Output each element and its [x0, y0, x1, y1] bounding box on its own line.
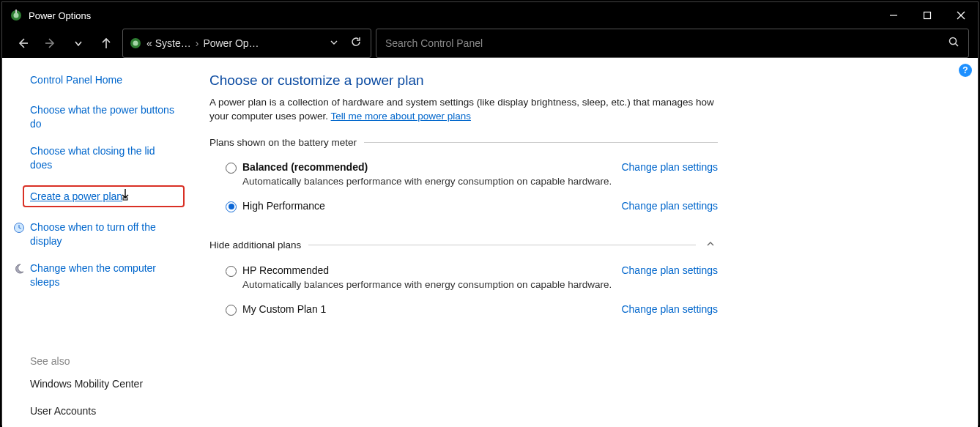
plan-high-performance: High Performance Change plan settings: [209, 197, 718, 223]
title-bar: Power Options: [2, 2, 978, 29]
forward-button[interactable]: [39, 31, 62, 55]
sidebar-link-turn-off-display[interactable]: Choose when to turn off the display: [30, 220, 174, 248]
radio-balanced[interactable]: [226, 163, 237, 174]
section-battery-meter: Plans shown on the battery meter: [209, 137, 718, 148]
change-plan-settings-link[interactable]: Change plan settings: [621, 161, 718, 173]
help-icon[interactable]: ?: [959, 64, 972, 77]
breadcrumb-part[interactable]: Power Op…: [203, 37, 259, 49]
svg-rect-14: [123, 198, 127, 200]
close-button[interactable]: [944, 2, 978, 29]
change-plan-settings-link[interactable]: Change plan settings: [621, 303, 718, 315]
plan-name[interactable]: My Custom Plan 1: [242, 303, 612, 315]
chevron-up-icon[interactable]: [703, 239, 718, 251]
svg-point-12: [950, 38, 957, 45]
plan-description: Automatically balances performance with …: [242, 279, 612, 290]
back-button[interactable]: [11, 31, 34, 55]
page-description: A power plan is a collection of hardware…: [209, 96, 718, 124]
section-additional-plans[interactable]: Hide additional plans: [209, 239, 718, 251]
see-also-label: Windows Mobility Center: [30, 378, 143, 390]
minimize-button[interactable]: [877, 2, 910, 29]
svg-rect-4: [924, 12, 931, 19]
control-panel-home-link[interactable]: Control Panel Home: [30, 74, 174, 86]
recent-locations-button[interactable]: [67, 31, 90, 55]
main-content: Choose or customize a power plan A power…: [189, 58, 746, 427]
address-bar[interactable]: « Syste… › Power Op…: [122, 29, 371, 58]
see-also-label: User Accounts: [30, 405, 96, 417]
see-also-header: See also: [30, 355, 174, 367]
page-heading: Choose or customize a power plan: [209, 73, 718, 89]
svg-point-11: [133, 41, 138, 46]
clock-icon: [13, 222, 25, 234]
radio-my-custom-1[interactable]: [226, 305, 237, 316]
power-options-icon: [10, 9, 23, 22]
see-also-mobility-center[interactable]: Windows Mobility Center: [30, 377, 174, 391]
plan-my-custom-1: My Custom Plan 1 Change plan settings: [209, 300, 718, 326]
address-dropdown-button[interactable]: [325, 37, 343, 50]
sidebar-link-label: Choose what the power buttons do: [30, 104, 174, 130]
svg-point-1: [14, 13, 19, 18]
maximize-button[interactable]: [910, 2, 944, 29]
sidebar-link-label: Choose what closing the lid does: [30, 145, 155, 171]
sidebar-link-label: Create a power plan: [30, 190, 122, 202]
sidebar-link-label: Choose when to turn off the display: [30, 221, 156, 247]
navigation-bar: « Syste… › Power Op…: [2, 29, 978, 58]
plan-description: Automatically balances performance with …: [242, 176, 612, 187]
plan-balanced: Balanced (recommended) Automatically bal…: [209, 158, 718, 197]
sidebar-link-label: Change when the computer sleeps: [30, 262, 156, 288]
sidebar-link-closing-lid[interactable]: Choose what closing the lid does: [30, 144, 174, 172]
change-plan-settings-link[interactable]: Change plan settings: [621, 264, 718, 276]
svg-line-13: [956, 44, 959, 47]
search-input[interactable]: [385, 37, 948, 49]
sidebar-link-create-power-plan[interactable]: Create a power plan: [23, 185, 185, 208]
refresh-button[interactable]: [347, 36, 365, 51]
section-label: Hide additional plans: [209, 240, 301, 250]
sidebar-link-power-buttons[interactable]: Choose what the power buttons do: [30, 103, 174, 131]
breadcrumb-part[interactable]: « Syste…: [146, 37, 191, 49]
svg-rect-2: [15, 10, 17, 13]
up-button[interactable]: [94, 31, 118, 55]
plan-name[interactable]: HP Recommended: [242, 264, 612, 276]
plan-name[interactable]: High Performance: [242, 200, 612, 212]
search-icon[interactable]: [948, 36, 959, 51]
divider: [364, 142, 718, 143]
change-plan-settings-link[interactable]: Change plan settings: [621, 200, 718, 212]
chevron-right-icon: ›: [196, 37, 199, 49]
window-title: Power Options: [29, 10, 91, 21]
section-label: Plans shown on the battery meter: [209, 137, 357, 148]
divider: [308, 245, 696, 245]
see-also-user-accounts[interactable]: User Accounts: [30, 404, 174, 418]
sidebar-link-computer-sleeps[interactable]: Change when the computer sleeps: [30, 261, 174, 289]
plan-name[interactable]: Balanced (recommended): [242, 161, 612, 173]
power-options-icon: [129, 37, 142, 50]
sidebar: Control Panel Home Choose what the power…: [2, 58, 189, 427]
radio-high-performance[interactable]: [226, 201, 237, 212]
plan-hp-recommended: HP Recommended Automatically balances pe…: [209, 261, 718, 300]
moon-icon: [13, 263, 25, 275]
search-box[interactable]: [376, 29, 969, 58]
radio-hp-recommended[interactable]: [226, 266, 237, 277]
learn-more-link[interactable]: Tell me more about power plans: [331, 111, 471, 122]
